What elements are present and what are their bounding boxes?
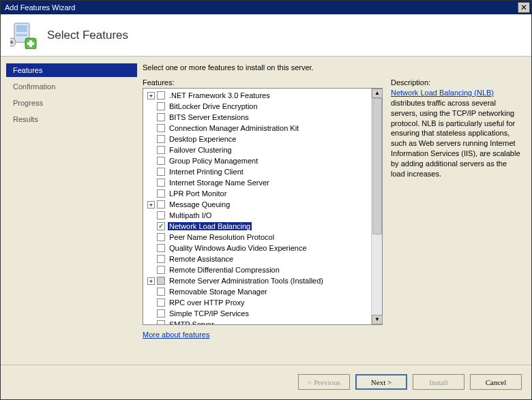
wizard-sidebar: FeaturesConfirmationProgressResults <box>1 57 137 365</box>
scroll-down-icon[interactable]: ▼ <box>372 315 383 324</box>
feature-checkbox[interactable] <box>157 179 165 187</box>
feature-node: Simple TCP/IP Services <box>145 308 371 319</box>
feature-checkbox[interactable] <box>157 146 165 154</box>
feature-label[interactable]: Remote Assistance <box>168 255 235 263</box>
feature-label[interactable]: Simple TCP/IP Services <box>168 309 250 318</box>
scroll-thumb[interactable] <box>372 98 382 234</box>
feature-label[interactable]: Internet Storage Name Server <box>168 179 271 187</box>
next-button[interactable]: Next > <box>355 374 407 390</box>
feature-label[interactable]: Multipath I/O <box>168 211 213 219</box>
feature-label[interactable]: Removable Storage Manager <box>168 288 269 296</box>
wizard-header: Select Features <box>1 14 531 57</box>
feature-label[interactable]: Internet Printing Client <box>168 168 245 176</box>
expand-spacer <box>147 179 155 187</box>
feature-node: +Message Queuing <box>145 199 371 210</box>
expand-icon[interactable]: + <box>147 92 155 99</box>
feature-checkbox[interactable] <box>157 157 165 165</box>
feature-node: Multipath I/O <box>145 210 371 221</box>
feature-label[interactable]: Remote Server Administration Tools (Inst… <box>168 277 325 285</box>
feature-checkbox[interactable] <box>157 200 165 209</box>
feature-node: Connection Manager Administration Kit <box>145 123 371 134</box>
feature-label[interactable]: Quality Windows Audio Video Experience <box>168 244 308 252</box>
expand-spacer <box>147 136 155 143</box>
feature-checkbox[interactable] <box>157 288 165 296</box>
expand-spacer <box>147 190 155 198</box>
instruction-text: Select one or more features to install o… <box>143 63 522 72</box>
feature-node: BitLocker Drive Encryption <box>145 101 371 112</box>
feature-checkbox[interactable] <box>157 135 165 143</box>
feature-checkbox[interactable] <box>157 298 165 307</box>
feature-label[interactable]: Peer Name Resolution Protocol <box>168 233 276 241</box>
feature-checkbox[interactable] <box>157 168 165 176</box>
wizard-step[interactable]: Progress <box>6 96 137 110</box>
feature-label[interactable]: BITS Server Extensions <box>168 113 250 121</box>
feature-label[interactable]: LPR Port Monitor <box>168 189 228 198</box>
description-link[interactable]: Network Load Balancing (NLB) <box>391 89 494 97</box>
expand-icon[interactable]: + <box>147 201 155 209</box>
feature-checkbox[interactable] <box>157 102 165 110</box>
feature-label[interactable]: RPC over HTTP Proxy <box>168 298 246 307</box>
feature-label[interactable]: .NET Framework 3.0 Features <box>168 91 271 99</box>
expand-icon[interactable]: + <box>147 277 155 285</box>
description-text: Network Load Balancing (NLB) distributes… <box>391 88 522 179</box>
feature-checkbox[interactable] <box>157 91 165 99</box>
scrollbar[interactable]: ▲ ▼ <box>371 89 382 324</box>
feature-node: Remote Differential Compression <box>145 264 371 275</box>
install-button[interactable]: Install <box>413 374 464 390</box>
expand-spacer <box>147 147 155 154</box>
feature-node: Failover Clustering <box>145 144 371 155</box>
feature-label[interactable]: Remote Differential Compression <box>168 266 281 274</box>
feature-label[interactable]: Connection Manager Administration Kit <box>168 124 300 132</box>
wizard-step[interactable]: Features <box>6 63 137 77</box>
feature-checkbox[interactable] <box>157 124 165 132</box>
feature-checkbox[interactable] <box>157 309 165 318</box>
feature-label[interactable]: Group Policy Management <box>168 157 259 165</box>
cancel-button[interactable]: Cancel <box>470 374 522 390</box>
feature-label[interactable]: Message Queuing <box>168 200 231 209</box>
close-icon[interactable]: ✕ <box>518 2 530 13</box>
feature-checkbox[interactable] <box>157 320 165 324</box>
wizard-step[interactable]: Results <box>6 112 137 126</box>
expand-spacer <box>147 103 155 110</box>
previous-button[interactable]: < Previous <box>298 374 350 390</box>
feature-node: +Remote Server Administration Tools (Ins… <box>145 275 371 286</box>
wizard-footer: < Previous Next > Install Cancel <box>1 365 531 399</box>
feature-label[interactable]: Network Load Balancing <box>168 222 252 230</box>
feature-node: SMTP Server <box>145 319 371 324</box>
feature-checkbox[interactable] <box>157 113 165 121</box>
feature-checkbox[interactable] <box>157 233 165 241</box>
expand-spacer <box>147 256 155 263</box>
feature-checkbox[interactable] <box>157 222 165 230</box>
feature-node: RPC over HTTP Proxy <box>145 297 371 308</box>
expand-spacer <box>147 125 155 132</box>
wizard-step[interactable]: Confirmation <box>6 80 137 93</box>
expand-spacer <box>147 168 155 176</box>
feature-checkbox[interactable] <box>157 277 165 285</box>
feature-checkbox[interactable] <box>157 255 165 263</box>
svg-rect-7 <box>27 42 34 45</box>
expand-spacer <box>147 234 155 241</box>
expand-spacer <box>147 223 155 230</box>
titlebar: Add Features Wizard ✕ <box>1 1 531 14</box>
page-title: Select Features <box>47 29 128 42</box>
feature-node: LPR Port Monitor <box>145 188 371 199</box>
wizard-icon <box>10 22 38 49</box>
feature-checkbox[interactable] <box>157 211 165 219</box>
feature-checkbox[interactable] <box>157 266 165 274</box>
feature-node: Network Load Balancing <box>145 221 371 232</box>
feature-node: Remote Assistance <box>145 253 371 264</box>
feature-label[interactable]: SMTP Server <box>168 320 216 324</box>
more-about-features-link[interactable]: More about features <box>143 330 383 339</box>
scroll-up-icon[interactable]: ▲ <box>372 89 383 98</box>
expand-spacer <box>147 157 155 165</box>
feature-node: Quality Windows Audio Video Experience <box>145 243 371 253</box>
feature-node: Group Policy Management <box>145 155 371 166</box>
feature-label[interactable]: Desktop Experience <box>168 135 237 143</box>
expand-spacer <box>147 245 155 252</box>
svg-rect-2 <box>16 34 27 36</box>
feature-checkbox[interactable] <box>157 244 165 252</box>
expand-spacer <box>147 266 155 274</box>
feature-label[interactable]: BitLocker Drive Encryption <box>168 102 259 110</box>
feature-checkbox[interactable] <box>157 189 165 198</box>
feature-label[interactable]: Failover Clustering <box>168 146 233 154</box>
